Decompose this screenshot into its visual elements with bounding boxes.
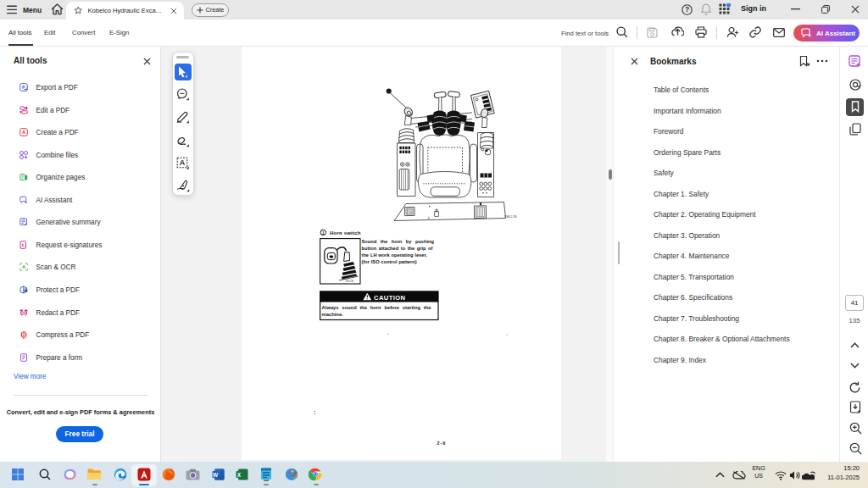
svg-text:the LH work operating lever.: the LH work operating lever. <box>362 252 428 258</box>
svg-text:?: ? <box>685 5 689 14</box>
svg-text:button attached to the grip of: button attached to the grip of <box>362 246 433 251</box>
svg-text:A: A <box>22 264 25 269</box>
svg-text:X: X <box>237 473 241 479</box>
svg-text:1: 1 <box>322 231 325 236</box>
svg-text:CAUTION: CAUTION <box>374 294 405 302</box>
svg-text:W: W <box>212 472 218 478</box>
svg-text:2 - 9: 2 - 9 <box>437 441 446 446</box>
svg-text:A: A <box>22 130 25 135</box>
svg-text:(for ISO control pattern): (for ISO control pattern) <box>362 259 417 264</box>
svg-text:Sound the horn by pushing: Sound the horn by pushing <box>362 239 435 244</box>
svg-text:A: A <box>179 158 185 167</box>
svg-text:YM6-2-2B: YM6-2-2B <box>504 215 516 219</box>
svg-text:Horn switch: Horn switch <box>330 230 361 236</box>
svg-text:machine.: machine. <box>322 312 344 317</box>
svg-text:Always sound the horn before s: Always sound the horn before starting th… <box>322 305 432 310</box>
svg-text:YN-2-B: YN-2-B <box>346 280 353 283</box>
